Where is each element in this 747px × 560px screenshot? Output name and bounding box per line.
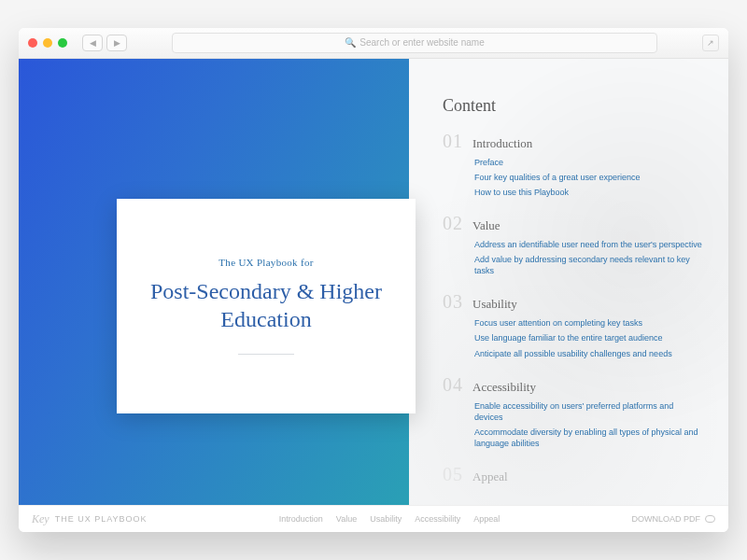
download-label: DOWNLOAD PDF [631, 514, 700, 524]
toc-section-title[interactable]: Appeal [472, 469, 508, 484]
toc-link[interactable]: Preface [474, 157, 704, 168]
toc-section-title[interactable]: Value [472, 218, 500, 233]
address-placeholder: Search or enter website name [359, 37, 484, 48]
toc: Content 01IntroductionPrefaceFour key qu… [409, 59, 728, 491]
browser-window: ◀ ▶ 🔍 Search or enter website name ↗ Con… [19, 28, 728, 532]
toc-section-title[interactable]: Usability [472, 297, 517, 312]
toc-link[interactable]: Four key qualities of a great user exper… [474, 172, 704, 183]
footer-nav-item[interactable]: Value [336, 514, 357, 524]
toc-link[interactable]: Address an identifiable user need from t… [474, 239, 704, 250]
footer-nav-item[interactable]: Introduction [279, 514, 323, 524]
footer: Key THE UX PLAYBOOK IntroductionValueUsa… [19, 505, 728, 532]
nav-buttons: ◀ ▶ [82, 35, 127, 51]
toc-section: 01IntroductionPrefaceFour key qualities … [443, 131, 704, 198]
footer-nav-item[interactable]: Usability [370, 514, 402, 524]
download-pdf-button[interactable]: DOWNLOAD PDF [631, 514, 715, 524]
toc-link[interactable]: How to use this Playbook [474, 187, 704, 198]
footer-nav-item[interactable]: Appeal [473, 514, 500, 524]
minimize-icon[interactable] [43, 38, 52, 48]
hero-headline: Post-Secondary & Higher Education [145, 277, 388, 333]
toc-link[interactable]: Focus user attention on completing key t… [474, 317, 704, 329]
footer-nav-item[interactable]: Accessibility [415, 514, 460, 524]
hero-eyebrow: The UX Playbook for [218, 257, 313, 268]
hero-card: The UX Playbook for Post-Secondary & Hig… [117, 199, 416, 413]
toc-heading: Content [443, 96, 704, 116]
footer-nav: IntroductionValueUsabilityAccessibilityA… [148, 514, 632, 524]
address-bar[interactable]: 🔍 Search or enter website name [172, 33, 657, 53]
toc-section-number: 03 [443, 291, 463, 313]
window-controls [28, 38, 67, 48]
toc-section: 04AccessibilityEnable accessibility on u… [443, 374, 704, 450]
toc-section: 05Appeal [443, 464, 704, 490]
toc-link[interactable]: Add value by addressing secondary needs … [474, 254, 704, 276]
toc-link[interactable]: Use language familiar to the entire targ… [474, 332, 704, 343]
toc-section-title[interactable]: Accessibility [472, 380, 536, 395]
toc-section-number: 01 [443, 131, 463, 152]
close-icon[interactable] [28, 38, 37, 48]
toc-section: 03UsabilityFocus user attention on compl… [443, 291, 704, 358]
toc-section-number: 05 [443, 464, 463, 485]
hero-divider [238, 354, 294, 355]
toc-section-number: 04 [443, 374, 463, 396]
footer-logo: Key [32, 512, 49, 526]
toc-link[interactable]: Enable accessibility on users' preferred… [474, 400, 704, 423]
toc-section-title[interactable]: Introduction [472, 136, 532, 151]
toc-panel: Content 01IntroductionPrefaceFour key qu… [409, 59, 728, 506]
cloud-download-icon [705, 515, 715, 523]
forward-button[interactable]: ▶ [106, 35, 127, 51]
back-button[interactable]: ◀ [82, 35, 103, 51]
titlebar: ◀ ▶ 🔍 Search or enter website name ↗ [19, 28, 728, 59]
maximize-icon[interactable] [58, 38, 67, 48]
search-icon: 🔍 [345, 37, 356, 48]
page: Content 01IntroductionPrefaceFour key qu… [19, 59, 728, 506]
toc-section: 02ValueAddress an identifiable user need… [443, 213, 704, 276]
share-button[interactable]: ↗ [702, 35, 719, 51]
toc-link[interactable]: Anticipate all possible usability challe… [474, 348, 704, 359]
toc-section-number: 02 [443, 213, 463, 234]
toc-link[interactable]: Accommodate diversity by enabling all ty… [474, 427, 704, 449]
footer-title: THE UX PLAYBOOK [55, 514, 148, 524]
